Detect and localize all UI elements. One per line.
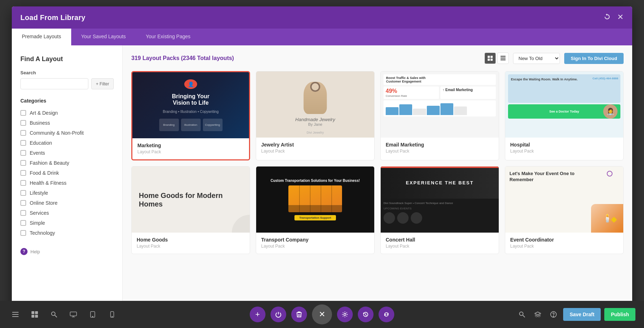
card-name: Event Coordinator [510,237,618,243]
save-draft-button[interactable]: Save Draft [563,308,601,321]
card-info: Email Marketing Layout Pack [381,138,499,159]
layout-card-concert[interactable]: EXPERIENCE THE BEST Divi Soundtrack Supe… [380,166,499,254]
search-input[interactable] [20,78,88,89]
card-type: Layout Pack [137,244,245,249]
category-checkbox[interactable] [20,200,26,206]
category-checkbox[interactable] [20,140,26,146]
menu-icon-btn[interactable] [9,308,22,321]
category-label: Events [30,150,45,156]
category-checkbox[interactable] [20,230,26,236]
category-item[interactable]: Services [20,208,114,218]
card-type: Layout Pack [510,149,618,154]
sync-icon-btn[interactable] [604,13,611,22]
category-item[interactable]: Food & Drink [20,168,114,178]
category-checkbox[interactable] [20,220,26,226]
card-thumbnail: Home Goods for Modern Homes [132,167,250,233]
help-row[interactable]: ? Help [20,248,114,255]
list-view-btn[interactable] [497,53,509,64]
category-label: Art & Design [30,110,58,116]
category-item[interactable]: Technology [20,228,114,238]
layers-icon-btn[interactable] [532,308,544,320]
category-checkbox[interactable] [20,160,26,166]
tablet-icon-btn[interactable] [86,308,99,321]
category-label: Lifestyle [30,190,48,196]
category-checkbox[interactable] [20,110,26,116]
add-button[interactable]: + [250,307,265,322]
layout-card-event[interactable]: Let's Make Your Event One to Remember 🕯️… [505,166,624,254]
layout-card-homegoods[interactable]: Home Goods for Modern Homes Home Goods L… [131,166,250,254]
svg-rect-1 [491,56,493,58]
modal-header: Load From Library [12,6,632,29]
settings-button[interactable] [337,307,353,322]
category-checkbox[interactable] [20,130,26,136]
category-item[interactable]: Lifestyle [20,188,114,198]
trash-button[interactable] [291,307,307,322]
mini-card-branding: Branding [159,119,179,131]
categories-title: Categories [20,98,114,104]
filter-button[interactable]: + Filter [91,78,114,89]
category-label: Online Store [30,200,58,206]
marketing-logo: 👤 [184,79,197,89]
category-item[interactable]: Online Store [20,198,114,208]
help-right-icon-btn[interactable] [547,308,560,320]
card-info: Jewelry Artist Layout Pack [256,138,374,159]
topbar-right: New To Old Old To New Alphabetical Sign … [484,53,624,64]
category-item[interactable]: Simple [20,218,114,228]
mobile-icon-btn[interactable] [105,308,119,321]
category-item[interactable]: Fashion & Beauty [20,158,114,168]
category-item[interactable]: Education [20,138,114,148]
card-thumbnail: EXPERIENCE THE BEST Divi Soundtrack Supe… [381,167,499,233]
layout-card-jewelry[interactable]: Handmade Jewelry By Jane Divi Jewelry Je… [256,71,375,160]
card-name: Email Marketing [386,142,494,148]
category-item[interactable]: Art & Design [20,108,114,118]
svg-rect-10 [31,311,34,314]
power-button[interactable] [270,307,286,322]
svg-rect-2 [488,59,490,61]
category-checkbox[interactable] [20,180,26,186]
layout-card-email-marketing[interactable]: Boost Traffic & Sales withCustomer Engag… [380,71,499,160]
content-topbar: 319 Layout Packs (2346 Total layouts) Ne… [131,53,624,64]
category-item[interactable]: Health & Fitness [20,178,114,188]
tab-existing[interactable]: Your Existing Pages [136,29,201,45]
card-type: Layout Pack [510,244,618,249]
svg-rect-13 [35,315,38,318]
tab-saved[interactable]: Your Saved Layouts [71,29,136,45]
history-button[interactable] [358,307,374,322]
category-item[interactable]: Business [20,118,114,128]
layout-card-hospital[interactable]: Escape the Waiting Room. Walk In Anytime… [505,71,624,160]
search-icon-btn[interactable] [47,308,61,321]
layout-grid: 👤 Bringing YourVision to Life Branding •… [131,71,624,254]
category-checkbox[interactable] [20,150,26,156]
search-right-icon-btn[interactable] [516,308,528,320]
card-type: Layout Pack [386,244,494,249]
sign-in-button[interactable]: Sign In To Divi Cloud [564,53,624,64]
category-item[interactable]: Community & Non-Profit [20,128,114,138]
card-info: Home Goods Layout Pack [132,233,250,254]
tab-premade[interactable]: Premade Layouts [12,29,71,45]
card-thumbnail: Custom Transportation Solutions for Your… [256,167,374,233]
category-checkbox[interactable] [20,170,26,176]
toolbar-right: Save Draft Publish [516,308,635,321]
category-checkbox[interactable] [20,120,26,126]
category-checkbox[interactable] [20,210,26,216]
svg-point-24 [519,312,523,315]
toolbar-center: + ✕ [250,304,394,324]
layout-card-marketing[interactable]: 👤 Bringing YourVision to Life Branding •… [131,71,250,160]
pages-icon-btn[interactable] [28,308,42,321]
sort-select[interactable]: New To Old Old To New Alphabetical [513,53,560,64]
close-icon-btn[interactable] [617,14,624,22]
main-content: 319 Layout Packs (2346 Total layouts) Ne… [123,45,632,319]
publish-button[interactable]: Publish [604,308,635,321]
grid-view-btn[interactable] [484,53,496,64]
event-thumb: Let's Make Your Event One to Remember 🕯️ [505,167,623,233]
toolbar-left [9,308,119,321]
category-item[interactable]: Events [20,148,114,158]
card-type: Layout Pack [261,149,369,154]
monitor-icon-btn[interactable] [67,308,80,321]
close-center-button[interactable]: ✕ [312,304,332,324]
category-checkbox[interactable] [20,190,26,196]
sync-center-button[interactable] [379,307,394,322]
card-type: Layout Pack [137,149,244,154]
svg-rect-0 [488,56,490,58]
layout-card-transport[interactable]: Custom Transportation Solutions for Your… [256,166,375,254]
